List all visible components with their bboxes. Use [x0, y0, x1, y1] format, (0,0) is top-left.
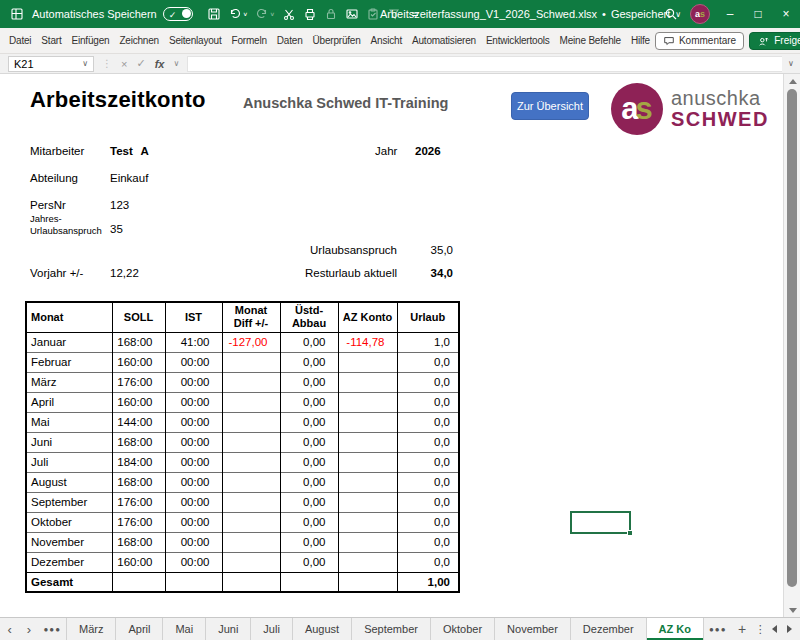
- ribbon-tab-daten[interactable]: Daten: [272, 35, 308, 46]
- value-cell[interactable]: 00:00: [165, 412, 222, 432]
- value-cell[interactable]: 0,0: [397, 392, 459, 412]
- value-cell[interactable]: [165, 572, 222, 592]
- value-cell[interactable]: [280, 572, 338, 592]
- col-header-uestd-abbau[interactable]: Üstd-Abbau: [280, 302, 338, 332]
- resturlaub-value[interactable]: 34,0: [395, 267, 453, 279]
- month-cell[interactable]: Juni: [26, 432, 112, 452]
- vertical-scrollbar[interactable]: [783, 74, 800, 617]
- value-cell[interactable]: [338, 512, 397, 532]
- jahr-value[interactable]: 2026: [415, 145, 441, 157]
- month-cell[interactable]: Mai: [26, 412, 112, 432]
- undo-icon[interactable]: ∨: [228, 7, 248, 21]
- cancel-entry-icon[interactable]: ×: [121, 58, 127, 70]
- value-cell[interactable]: [338, 432, 397, 452]
- value-cell[interactable]: 0,00: [280, 332, 338, 352]
- col-header-urlaub[interactable]: Urlaub: [397, 302, 459, 332]
- value-cell[interactable]: [222, 512, 280, 532]
- fill-handle[interactable]: [627, 530, 633, 536]
- mitarbeiter-label[interactable]: Mitarbeiter: [30, 145, 84, 157]
- chevron-down-icon[interactable]: ∨: [173, 59, 179, 68]
- scroll-down-arrow[interactable]: [784, 603, 800, 617]
- value-cell[interactable]: -114,78: [338, 332, 397, 352]
- month-cell[interactable]: Oktober: [26, 512, 112, 532]
- value-cell[interactable]: 1,00: [397, 572, 459, 592]
- value-cell[interactable]: [222, 552, 280, 572]
- ribbon-tab-einfuegen[interactable]: Einfügen: [66, 35, 114, 46]
- month-cell[interactable]: Juli: [26, 452, 112, 472]
- value-cell[interactable]: 0,00: [280, 512, 338, 532]
- chevron-down-icon[interactable]: ∨: [82, 59, 88, 68]
- urlaubsanspruch-label[interactable]: Urlaubsanspruch: [280, 244, 397, 256]
- vertical-scrollbar-thumb[interactable]: [787, 89, 797, 587]
- cut-icon[interactable]: [282, 7, 296, 21]
- urlaubsanspruch-small-value[interactable]: 35: [110, 223, 123, 235]
- sheet-tab-september[interactable]: September: [352, 618, 431, 640]
- maximize-button[interactable]: □: [744, 0, 772, 28]
- value-cell[interactable]: [222, 472, 280, 492]
- close-button[interactable]: ×: [772, 0, 800, 28]
- ribbon-tab-zeichnen[interactable]: Zeichnen: [114, 35, 164, 46]
- month-cell[interactable]: Dezember: [26, 552, 112, 572]
- value-cell[interactable]: 0,00: [280, 392, 338, 412]
- ribbon-tab-datei[interactable]: Datei: [4, 35, 36, 46]
- name-box[interactable]: K21 ∨: [8, 56, 94, 72]
- scroll-up-arrow[interactable]: [784, 74, 800, 88]
- persnr-label[interactable]: PersNr: [30, 199, 66, 211]
- value-cell[interactable]: [222, 412, 280, 432]
- sheet-tab-az-ko[interactable]: AZ Ko: [647, 618, 704, 640]
- value-cell[interactable]: [222, 492, 280, 512]
- sheet-tab-juli[interactable]: Juli: [251, 618, 293, 640]
- value-cell[interactable]: 0,00: [280, 432, 338, 452]
- ribbon-tab-meine-befehle[interactable]: Meine Befehle: [555, 35, 626, 46]
- value-cell[interactable]: [338, 412, 397, 432]
- sheet-tab-april[interactable]: April: [116, 618, 163, 640]
- value-cell[interactable]: 00:00: [165, 552, 222, 572]
- lock-icon[interactable]: [324, 7, 338, 21]
- value-cell[interactable]: 00:00: [165, 492, 222, 512]
- value-cell[interactable]: [338, 572, 397, 592]
- value-cell[interactable]: 00:00: [165, 352, 222, 372]
- month-cell[interactable]: September: [26, 492, 112, 512]
- value-cell[interactable]: [222, 532, 280, 552]
- col-header-az-konto[interactable]: AZ Konto: [338, 302, 397, 332]
- value-cell[interactable]: [222, 572, 280, 592]
- value-cell[interactable]: [338, 532, 397, 552]
- month-cell[interactable]: Januar: [26, 332, 112, 352]
- value-cell[interactable]: 00:00: [165, 512, 222, 532]
- abteilung-label[interactable]: Abteilung: [30, 172, 78, 184]
- scroll-right-arrow[interactable]: [787, 625, 792, 633]
- col-header-monat-diff[interactable]: Monat Diff +/-: [222, 302, 280, 332]
- value-cell[interactable]: 0,0: [397, 532, 459, 552]
- value-cell[interactable]: [338, 452, 397, 472]
- vorjahr-label[interactable]: Vorjahr +/-: [30, 267, 83, 279]
- ribbon-tab-hilfe[interactable]: Hilfe: [626, 35, 655, 46]
- value-cell[interactable]: 0,0: [397, 412, 459, 432]
- ribbon-tab-ueberpruefen[interactable]: Überprüfen: [308, 35, 366, 46]
- value-cell[interactable]: 168:00: [112, 472, 165, 492]
- value-cell[interactable]: 0,0: [397, 552, 459, 572]
- formula-input[interactable]: [187, 56, 782, 72]
- sheet-tab-juni[interactable]: Juni: [206, 618, 251, 640]
- urlaubsanspruch-value[interactable]: 35,0: [395, 244, 453, 256]
- insert-function-icon[interactable]: fx: [155, 58, 165, 70]
- ribbon-tab-automatisieren[interactable]: Automatisieren: [407, 35, 481, 46]
- value-cell[interactable]: 0,00: [280, 372, 338, 392]
- value-cell[interactable]: 00:00: [165, 452, 222, 472]
- col-header-monat[interactable]: Monat: [26, 302, 112, 332]
- autosave-toggle[interactable]: ✓: [163, 7, 193, 21]
- abteilung-value[interactable]: Einkauf: [110, 172, 148, 184]
- sheet-tab-oktober[interactable]: Oktober: [431, 618, 495, 640]
- value-cell[interactable]: -127,00: [222, 332, 280, 352]
- save-icon[interactable]: [207, 7, 221, 21]
- sheet-tabs-overflow-right[interactable]: ●●●: [704, 618, 732, 640]
- overview-button[interactable]: Zur Übersicht: [511, 92, 589, 120]
- value-cell[interactable]: [338, 352, 397, 372]
- resturlaub-label[interactable]: Resturlaub aktuell: [280, 267, 397, 279]
- excel-app-icon[interactable]: [10, 7, 24, 21]
- value-cell[interactable]: 168:00: [112, 532, 165, 552]
- value-cell[interactable]: 00:00: [165, 372, 222, 392]
- value-cell[interactable]: 168:00: [112, 432, 165, 452]
- ribbon-tab-ansicht[interactable]: Ansicht: [366, 35, 407, 46]
- ribbon-tab-start[interactable]: Start: [36, 35, 66, 46]
- value-cell[interactable]: [338, 472, 397, 492]
